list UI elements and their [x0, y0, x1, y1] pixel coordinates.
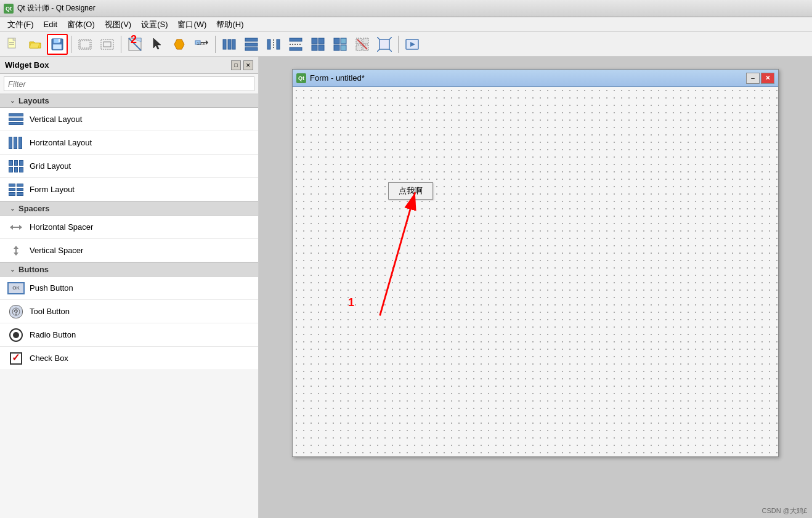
filter-input[interactable] [4, 76, 254, 91]
lay-h-button[interactable] [219, 34, 240, 55]
category-buttons-label: Buttons [18, 265, 49, 274]
widget-box-title: Widget Box [5, 60, 49, 70]
menu-window2[interactable]: 窗口(W) [173, 18, 211, 31]
spacers-arrow: ⌄ [10, 205, 15, 212]
app-icon: Qt [4, 4, 14, 14]
form-titlebar: Qt Form - untitled* – ✕ [293, 70, 778, 87]
svg-rect-19 [223, 39, 226, 49]
menu-edit[interactable]: Edit [39, 18, 62, 30]
menu-help[interactable]: 帮助(H) [211, 18, 248, 31]
connect-button[interactable] [169, 34, 190, 55]
break-layout-button[interactable] [352, 34, 373, 55]
widget-box-restore-button[interactable]: □ [231, 60, 241, 70]
form-layout-label: Form Layout [30, 185, 75, 194]
menu-bar: 文件(F) Edit 窗体(O) 视图(V) 设置(S) 窗口(W) 帮助(H) [0, 17, 812, 32]
category-spacers[interactable]: ⌄ Spacers [0, 201, 258, 216]
canvas-button[interactable]: 点我啊 [388, 182, 433, 200]
push-button-label: Push Button [30, 283, 73, 293]
svg-marker-15 [153, 38, 161, 49]
svg-rect-30 [290, 47, 302, 51]
tool-button-label: Tool Button [30, 307, 70, 316]
form-title-text: Form - untitled* [310, 73, 365, 83]
annotation-label-1: 1 [348, 296, 354, 309]
menu-file[interactable]: 文件(F) [2, 18, 39, 31]
svg-rect-11 [104, 42, 111, 47]
widget-box-controls: □ ✕ [231, 60, 253, 70]
preview-button[interactable] [402, 34, 423, 55]
save-file-button[interactable] [47, 34, 68, 55]
check-box-icon [7, 351, 25, 366]
svg-rect-23 [245, 43, 258, 46]
svg-rect-33 [312, 45, 317, 51]
form-close-button[interactable]: ✕ [761, 73, 774, 84]
adjust-size-button[interactable] [374, 34, 395, 55]
form-layout-icon [7, 182, 25, 197]
svg-rect-24 [245, 47, 258, 51]
new-file-button[interactable] [2, 34, 23, 55]
svg-marker-16 [174, 39, 184, 49]
grid-layout-label: Grid Layout [30, 161, 71, 171]
layouts-arrow: ⌄ [10, 97, 15, 104]
widget-item-vertical-layout[interactable]: Vertical Layout [0, 108, 258, 131]
lay-form-button[interactable] [330, 34, 351, 55]
widget-item-check-box[interactable]: Check Box [0, 347, 258, 370]
radio-button-label: Radio Button [30, 330, 76, 339]
horizontal-layout-icon [7, 136, 25, 150]
form-window: Qt Form - untitled* – ✕ 点我啊 1 [292, 69, 779, 457]
lay-splitter-v[interactable] [285, 34, 306, 55]
svg-text:123: 123 [197, 41, 205, 46]
category-layouts[interactable]: ⌄ Layouts [0, 94, 258, 108]
toolbar-sep-2 [121, 36, 121, 53]
redo-button[interactable] [97, 34, 118, 55]
lay-splitter-h[interactable] [263, 34, 284, 55]
widget-item-vertical-spacer[interactable]: Vertical Spacer [0, 239, 258, 262]
svg-rect-44 [380, 39, 389, 49]
widget-item-tool-button[interactable]: Tool Button [0, 300, 258, 323]
vertical-layout-label: Vertical Layout [30, 115, 82, 124]
svg-line-50 [380, 192, 415, 315]
main-area: Widget Box □ ✕ ⌄ Layouts Vertical Layout [0, 57, 812, 518]
widget-item-horizontal-spacer[interactable]: Horizontal Spacer [0, 216, 258, 239]
edit-mode-button[interactable] [124, 34, 145, 55]
widget-item-push-button[interactable]: OK Push Button [0, 277, 258, 300]
open-file-button[interactable] [25, 34, 46, 55]
widget-item-radio-button[interactable]: Radio Button [0, 323, 258, 347]
svg-rect-10 [101, 39, 113, 49]
undo-button[interactable] [75, 34, 95, 55]
lay-v-button[interactable] [241, 34, 262, 55]
widget-box-close-button[interactable]: ✕ [243, 60, 253, 70]
widget-item-grid-layout[interactable]: Grid Layout [0, 155, 258, 178]
menu-view[interactable]: 视图(V) [100, 18, 136, 31]
svg-rect-22 [245, 38, 258, 41]
lay-grid-button[interactable] [307, 34, 328, 55]
pointer-button[interactable] [147, 34, 168, 55]
widget-item-horizontal-layout[interactable]: Horizontal Layout [0, 131, 258, 155]
menu-window[interactable]: 窗体(O) [62, 18, 100, 31]
widget-list: ⌄ Layouts Vertical Layout Horizontal Lay [0, 94, 258, 518]
category-buttons[interactable]: ⌄ Buttons [0, 262, 258, 277]
toolbar-sep-3 [215, 36, 216, 53]
grid-layout-icon [7, 159, 25, 174]
form-minimize-button[interactable]: – [746, 73, 760, 84]
svg-rect-36 [341, 38, 346, 44]
svg-rect-7 [59, 39, 60, 42]
svg-rect-34 [319, 45, 324, 51]
svg-rect-27 [277, 39, 280, 49]
tab-order-button[interactable]: 123 [191, 34, 212, 55]
svg-rect-6 [53, 44, 62, 49]
svg-rect-31 [312, 38, 317, 44]
horizontal-spacer-icon [7, 220, 25, 235]
widget-item-form-layout[interactable]: Form Layout [0, 178, 258, 201]
form-canvas[interactable]: 点我啊 1 [293, 87, 778, 456]
svg-rect-9 [80, 41, 90, 48]
tool-button-icon [7, 304, 25, 319]
category-layouts-label: Layouts [18, 96, 49, 105]
svg-point-48 [15, 314, 17, 315]
category-spacers-label: Spacers [18, 204, 50, 213]
svg-rect-40 [363, 38, 368, 44]
svg-rect-35 [334, 38, 339, 44]
right-panel: Qt Form - untitled* – ✕ 点我啊 1 [259, 57, 812, 518]
horizontal-spacer-label: Horizontal Spacer [30, 222, 93, 232]
menu-settings[interactable]: 设置(S) [136, 18, 173, 31]
horizontal-layout-label: Horizontal Layout [30, 138, 92, 147]
